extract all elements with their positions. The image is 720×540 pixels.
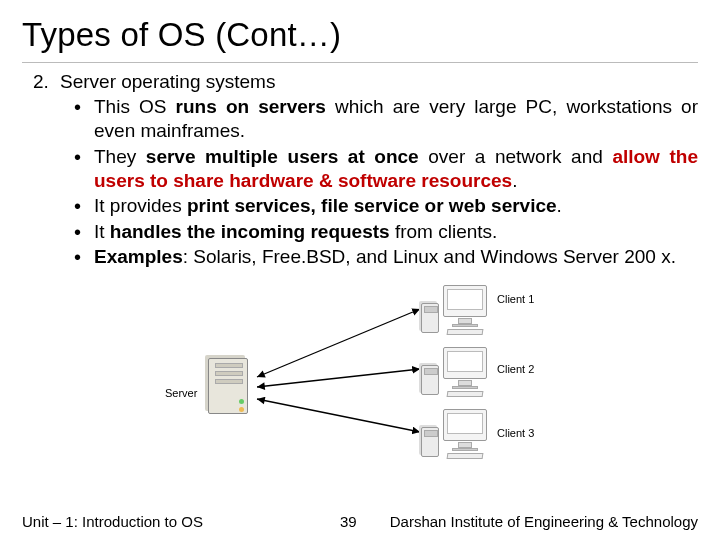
content-area: Server operating systems This OS runs on…: [22, 71, 698, 462]
svg-line-2: [257, 399, 420, 432]
text-run: over a network and: [419, 146, 613, 167]
server-client-diagram: Server Client 1 Client 2 Client 3: [165, 277, 555, 462]
text-run: handles the incoming requests: [110, 221, 390, 242]
bullet-item: This OS runs on servers which are very l…: [74, 95, 698, 144]
list-item-heading: Server operating systems This OS runs on…: [54, 71, 698, 269]
text-run: It provides: [94, 195, 187, 216]
text-run: runs on servers: [176, 96, 326, 117]
ordered-list: Server operating systems This OS runs on…: [54, 71, 698, 269]
text-run: This OS: [94, 96, 176, 117]
text-run: : Solaris, Free.BSD, and Linux and Windo…: [183, 246, 676, 267]
svg-line-0: [257, 309, 420, 377]
client-icon: [443, 409, 487, 459]
client-label-3: Client 3: [497, 427, 534, 439]
bullet-item: It provides print services, file service…: [74, 194, 698, 218]
text-run: They: [94, 146, 146, 167]
svg-line-1: [257, 369, 420, 387]
text-run: print services, file service or web serv…: [187, 195, 557, 216]
text-run: from clients.: [390, 221, 498, 242]
server-label: Server: [165, 387, 197, 399]
bullet-item: It handles the incoming requests from cl…: [74, 220, 698, 244]
bullet-list: This OS runs on servers which are very l…: [74, 95, 698, 269]
footer: Unit – 1: Introduction to OS 39 Darshan …: [0, 513, 720, 530]
text-run: .: [557, 195, 562, 216]
footer-unit: Unit – 1: Introduction to OS: [22, 513, 203, 530]
text-run: serve multiple users at once: [146, 146, 419, 167]
client-label-2: Client 2: [497, 363, 534, 375]
footer-institute: Darshan Institute of Engineering & Techn…: [390, 513, 698, 530]
footer-page-number: 39: [340, 513, 357, 530]
slide-title: Types of OS (Cont…): [22, 10, 698, 63]
list-heading-text: Server operating systems: [60, 71, 275, 92]
client-icon: [443, 285, 487, 335]
text-run: It: [94, 221, 110, 242]
client-icon: [443, 347, 487, 397]
bullet-item: They serve multiple users at once over a…: [74, 145, 698, 194]
server-icon: [205, 355, 251, 417]
text-run: Examples: [94, 246, 183, 267]
bullet-item: Examples: Solaris, Free.BSD, and Linux a…: [74, 245, 698, 269]
client-label-1: Client 1: [497, 293, 534, 305]
text-run: .: [512, 170, 517, 191]
